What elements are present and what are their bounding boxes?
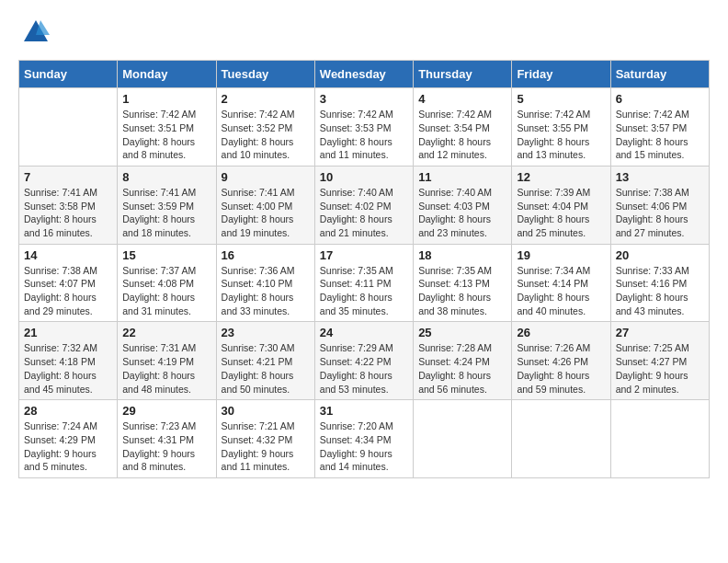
day-number: 13: [616, 170, 704, 184]
calendar-cell: 18Sunrise: 7:35 AM Sunset: 4:13 PM Dayli…: [414, 244, 512, 322]
day-number: 16: [222, 248, 310, 262]
calendar-cell: [512, 400, 610, 478]
calendar-cell: 26Sunrise: 7:26 AM Sunset: 4:26 PM Dayli…: [512, 322, 610, 400]
header-cell-friday: Friday: [512, 61, 610, 88]
calendar-cell: 23Sunrise: 7:30 AM Sunset: 4:21 PM Dayli…: [216, 322, 314, 400]
day-number: 3: [320, 92, 408, 106]
day-info: Sunrise: 7:25 AM Sunset: 4:27 PM Dayligh…: [616, 341, 704, 396]
calendar-cell: 19Sunrise: 7:34 AM Sunset: 4:14 PM Dayli…: [512, 244, 610, 322]
day-info: Sunrise: 7:38 AM Sunset: 4:07 PM Dayligh…: [24, 264, 112, 318]
calendar-table: SundayMondayTuesdayWednesdayThursdayFrid…: [18, 60, 710, 478]
week-row-1: 1Sunrise: 7:42 AM Sunset: 3:51 PM Daylig…: [19, 88, 710, 167]
day-info: Sunrise: 7:21 AM Sunset: 4:32 PM Dayligh…: [222, 419, 310, 474]
day-info: Sunrise: 7:42 AM Sunset: 3:54 PM Dayligh…: [418, 108, 506, 162]
day-number: 9: [222, 170, 310, 184]
day-info: Sunrise: 7:23 AM Sunset: 4:31 PM Dayligh…: [122, 419, 210, 474]
day-info: Sunrise: 7:24 AM Sunset: 4:29 PM Dayligh…: [24, 419, 112, 474]
day-number: 29: [122, 404, 210, 418]
day-number: 20: [616, 248, 704, 262]
day-info: Sunrise: 7:26 AM Sunset: 4:26 PM Dayligh…: [517, 341, 605, 396]
calendar-cell: 5Sunrise: 7:42 AM Sunset: 3:55 PM Daylig…: [512, 88, 610, 167]
day-number: 22: [122, 326, 210, 339]
day-number: 18: [418, 248, 506, 262]
calendar-cell: 14Sunrise: 7:38 AM Sunset: 4:07 PM Dayli…: [19, 244, 118, 322]
day-number: 10: [320, 170, 408, 184]
day-number: 4: [418, 92, 506, 106]
header-cell-thursday: Thursday: [414, 61, 512, 88]
calendar-cell: 16Sunrise: 7:36 AM Sunset: 4:10 PM Dayli…: [216, 244, 314, 322]
header-row: SundayMondayTuesdayWednesdayThursdayFrid…: [19, 61, 710, 88]
day-info: Sunrise: 7:41 AM Sunset: 3:59 PM Dayligh…: [122, 186, 210, 240]
page-header: [18, 18, 710, 51]
calendar-cell: 29Sunrise: 7:23 AM Sunset: 4:31 PM Dayli…: [118, 400, 216, 478]
day-info: Sunrise: 7:40 AM Sunset: 4:02 PM Dayligh…: [320, 186, 408, 240]
calendar-cell: 3Sunrise: 7:42 AM Sunset: 3:53 PM Daylig…: [314, 88, 413, 167]
day-info: Sunrise: 7:42 AM Sunset: 3:53 PM Dayligh…: [320, 108, 408, 162]
header-cell-tuesday: Tuesday: [216, 61, 314, 88]
header-cell-saturday: Saturday: [610, 61, 709, 88]
calendar-cell: 2Sunrise: 7:42 AM Sunset: 3:52 PM Daylig…: [216, 88, 314, 167]
calendar-cell: 6Sunrise: 7:42 AM Sunset: 3:57 PM Daylig…: [610, 88, 709, 167]
day-info: Sunrise: 7:34 AM Sunset: 4:14 PM Dayligh…: [517, 264, 605, 318]
calendar-cell: 24Sunrise: 7:29 AM Sunset: 4:22 PM Dayli…: [314, 322, 413, 400]
day-number: 17: [320, 248, 408, 262]
header-cell-monday: Monday: [118, 61, 216, 88]
calendar-cell: 25Sunrise: 7:28 AM Sunset: 4:24 PM Dayli…: [414, 322, 512, 400]
header-cell-sunday: Sunday: [19, 61, 118, 88]
day-info: Sunrise: 7:42 AM Sunset: 3:52 PM Dayligh…: [222, 108, 310, 162]
day-number: 26: [517, 326, 605, 339]
day-info: Sunrise: 7:41 AM Sunset: 4:00 PM Dayligh…: [222, 186, 310, 240]
calendar-cell: 28Sunrise: 7:24 AM Sunset: 4:29 PM Dayli…: [19, 400, 118, 478]
day-info: Sunrise: 7:37 AM Sunset: 4:08 PM Dayligh…: [122, 264, 210, 318]
day-info: Sunrise: 7:28 AM Sunset: 4:24 PM Dayligh…: [418, 341, 506, 396]
calendar-cell: [19, 88, 118, 167]
calendar-cell: [610, 400, 709, 478]
calendar-cell: 31Sunrise: 7:20 AM Sunset: 4:34 PM Dayli…: [314, 400, 413, 478]
week-row-4: 21Sunrise: 7:32 AM Sunset: 4:18 PM Dayli…: [19, 322, 710, 400]
logo-icon: [22, 18, 50, 46]
calendar-header: SundayMondayTuesdayWednesdayThursdayFrid…: [19, 61, 710, 88]
day-number: 8: [122, 170, 210, 184]
day-info: Sunrise: 7:35 AM Sunset: 4:11 PM Dayligh…: [320, 264, 408, 318]
day-number: 14: [24, 248, 112, 262]
day-number: 15: [122, 248, 210, 262]
day-info: Sunrise: 7:42 AM Sunset: 3:55 PM Dayligh…: [517, 108, 605, 162]
week-row-3: 14Sunrise: 7:38 AM Sunset: 4:07 PM Dayli…: [19, 244, 710, 322]
day-info: Sunrise: 7:20 AM Sunset: 4:34 PM Dayligh…: [320, 419, 408, 474]
calendar-cell: 13Sunrise: 7:38 AM Sunset: 4:06 PM Dayli…: [610, 166, 709, 244]
calendar-cell: 22Sunrise: 7:31 AM Sunset: 4:19 PM Dayli…: [118, 322, 216, 400]
day-info: Sunrise: 7:41 AM Sunset: 3:58 PM Dayligh…: [24, 186, 112, 240]
calendar-cell: 21Sunrise: 7:32 AM Sunset: 4:18 PM Dayli…: [19, 322, 118, 400]
day-number: 5: [517, 92, 605, 106]
day-number: 6: [616, 92, 704, 106]
day-info: Sunrise: 7:40 AM Sunset: 4:03 PM Dayligh…: [418, 186, 506, 240]
day-number: 19: [517, 248, 605, 262]
header-cell-wednesday: Wednesday: [314, 61, 413, 88]
day-number: 27: [616, 326, 704, 339]
calendar-cell: 8Sunrise: 7:41 AM Sunset: 3:59 PM Daylig…: [118, 166, 216, 244]
day-number: 31: [320, 404, 408, 418]
day-number: 12: [517, 170, 605, 184]
calendar-cell: 11Sunrise: 7:40 AM Sunset: 4:03 PM Dayli…: [414, 166, 512, 244]
calendar-body: 1Sunrise: 7:42 AM Sunset: 3:51 PM Daylig…: [19, 88, 710, 478]
week-row-2: 7Sunrise: 7:41 AM Sunset: 3:58 PM Daylig…: [19, 166, 710, 244]
calendar-cell: 20Sunrise: 7:33 AM Sunset: 4:16 PM Dayli…: [610, 244, 709, 322]
day-info: Sunrise: 7:31 AM Sunset: 4:19 PM Dayligh…: [122, 341, 210, 396]
day-info: Sunrise: 7:42 AM Sunset: 3:57 PM Dayligh…: [616, 108, 704, 162]
day-number: 24: [320, 326, 408, 339]
calendar-cell: 15Sunrise: 7:37 AM Sunset: 4:08 PM Dayli…: [118, 244, 216, 322]
calendar-cell: 10Sunrise: 7:40 AM Sunset: 4:02 PM Dayli…: [314, 166, 413, 244]
calendar-cell: [414, 400, 512, 478]
day-info: Sunrise: 7:29 AM Sunset: 4:22 PM Dayligh…: [320, 341, 408, 396]
week-row-5: 28Sunrise: 7:24 AM Sunset: 4:29 PM Dayli…: [19, 400, 710, 478]
day-info: Sunrise: 7:30 AM Sunset: 4:21 PM Dayligh…: [222, 341, 310, 396]
calendar-cell: 12Sunrise: 7:39 AM Sunset: 4:04 PM Dayli…: [512, 166, 610, 244]
day-info: Sunrise: 7:33 AM Sunset: 4:16 PM Dayligh…: [616, 264, 704, 318]
day-number: 30: [222, 404, 310, 418]
day-info: Sunrise: 7:32 AM Sunset: 4:18 PM Dayligh…: [24, 341, 112, 396]
calendar-cell: 4Sunrise: 7:42 AM Sunset: 3:54 PM Daylig…: [414, 88, 512, 167]
day-number: 7: [24, 170, 112, 184]
day-number: 2: [222, 92, 310, 106]
calendar-cell: 7Sunrise: 7:41 AM Sunset: 3:58 PM Daylig…: [19, 166, 118, 244]
calendar-cell: 1Sunrise: 7:42 AM Sunset: 3:51 PM Daylig…: [118, 88, 216, 167]
